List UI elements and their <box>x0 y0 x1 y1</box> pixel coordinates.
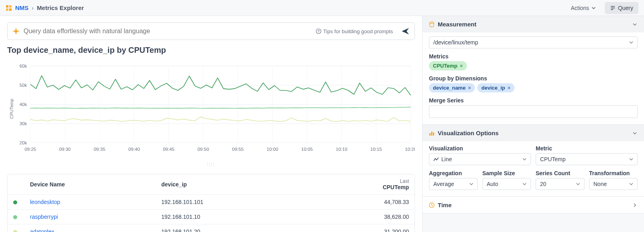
breadcrumb: NMS › Metrics Explorer <box>6 4 84 11</box>
last-value-cell: 31,200.00 <box>307 224 415 232</box>
metrics-label: Metrics <box>429 53 638 60</box>
metrics-chiplist: CPUTemp× <box>429 61 638 70</box>
col-device-name[interactable]: Device Name <box>24 174 156 195</box>
chip-remove-icon[interactable]: × <box>468 85 471 91</box>
topbar-right: Actions Query <box>566 2 638 14</box>
svg-rect-42 <box>429 133 431 136</box>
col-last[interactable]: Last CPUTemp <box>307 174 415 195</box>
viz-header[interactable]: Visualization Options <box>423 125 644 141</box>
measurement-select[interactable]: /device/linux/temp <box>429 36 638 48</box>
table-row[interactable]: adatoplex 192.168.101.20 31,200.00 <box>8 224 415 232</box>
chevron-down-icon <box>632 130 638 136</box>
visualization-select[interactable]: Line <box>429 153 531 165</box>
actions-dropdown[interactable]: Actions <box>566 2 601 14</box>
nl-query-bar: ? Tips for building good prompts <box>7 22 415 40</box>
chevron-down-icon <box>522 182 526 186</box>
metric-chip[interactable]: CPUTemp× <box>429 61 467 70</box>
svg-text:10:00: 10:00 <box>267 147 278 152</box>
svg-rect-1 <box>9 5 12 8</box>
query-button[interactable]: Query <box>605 2 638 14</box>
svg-text:50k: 50k <box>20 83 27 88</box>
chip-remove-icon[interactable]: × <box>508 85 511 91</box>
svg-text:60k: 60k <box>20 64 27 68</box>
chart-title: Top device_name, device_ip by CPUTemp <box>7 46 415 55</box>
section-viz-options: Visualization Options Visualization Line <box>423 125 644 197</box>
main-pane: ? Tips for building good prompts Top dev… <box>0 16 422 232</box>
seriescount-select[interactable]: 20 <box>536 178 584 190</box>
groupby-chip[interactable]: device_name× <box>429 83 475 92</box>
svg-text:09:55: 09:55 <box>232 147 243 152</box>
nl-query-input[interactable] <box>24 28 312 35</box>
svg-rect-43 <box>431 132 433 136</box>
svg-text:09:35: 09:35 <box>94 147 105 152</box>
chevron-down-icon <box>469 182 473 186</box>
aggregation-select[interactable]: Average <box>429 178 478 190</box>
table-row[interactable]: leondesktop 192.168.101.101 44,708.33 <box>8 195 415 210</box>
device-ip-cell: 192.168.101.10 <box>156 210 308 224</box>
series-color-dot <box>13 200 17 204</box>
transformation-label: Transformation <box>589 170 638 176</box>
line-chart-icon <box>433 156 439 162</box>
time-header[interactable]: Time <box>423 197 644 213</box>
list-icon <box>610 5 616 11</box>
seriescount-label: Series Count <box>536 170 584 176</box>
send-icon <box>401 27 410 36</box>
series-color-dot <box>13 230 17 232</box>
col-device-ip[interactable]: device_ip <box>156 174 308 195</box>
chevron-down-icon <box>629 157 633 161</box>
transformation-select[interactable]: None <box>589 178 638 190</box>
device-ip-cell: 192.168.101.20 <box>156 224 308 232</box>
merge-input[interactable] <box>429 105 638 118</box>
svg-text:40k: 40k <box>20 102 27 107</box>
svg-rect-0 <box>6 5 8 8</box>
send-button[interactable] <box>401 27 410 36</box>
samplesize-label: Sample Size <box>483 170 531 176</box>
svg-rect-3 <box>9 8 12 11</box>
svg-rect-2 <box>6 8 8 11</box>
series-table: Device Name device_ip Last CPUTemp leond… <box>7 174 415 232</box>
metric-label: Metric <box>536 145 638 152</box>
database-icon <box>429 22 435 27</box>
chip-remove-icon[interactable]: × <box>460 63 463 69</box>
tips-link[interactable]: ? Tips for building good prompts <box>316 28 393 34</box>
samplesize-select[interactable]: Auto <box>483 178 531 190</box>
last-value-cell: 44,708.33 <box>307 195 415 210</box>
svg-text:10:20: 10:20 <box>405 147 415 152</box>
svg-text:09:30: 09:30 <box>59 147 71 152</box>
series-color-dot <box>13 215 17 219</box>
metric-select[interactable]: CPUTemp <box>536 153 638 165</box>
chevron-down-icon <box>592 6 596 10</box>
app-logo-icon <box>6 5 12 11</box>
measurement-header[interactable]: Measurement <box>423 16 644 32</box>
svg-point-41 <box>430 22 434 24</box>
device-ip-cell: 192.168.101.101 <box>156 195 308 210</box>
table-row[interactable]: raspberrypi 192.168.101.10 38,628.00 <box>8 210 415 224</box>
groupby-chiplist: device_name×device_ip× <box>429 83 638 92</box>
config-pane: Measurement /device/linux/temp Metrics C… <box>422 16 644 232</box>
chevron-down-icon <box>632 22 638 27</box>
svg-text:10:15: 10:15 <box>371 147 382 152</box>
bar-chart-icon <box>429 130 435 136</box>
svg-text:09:45: 09:45 <box>163 147 174 152</box>
svg-text:10:10: 10:10 <box>336 147 347 152</box>
svg-text:09:25: 09:25 <box>24 147 36 152</box>
device-name-link[interactable]: leondesktop <box>24 195 156 210</box>
svg-text:CPUTemp: CPUTemp <box>9 99 14 119</box>
groupby-label: Group by Dimensions <box>429 75 638 82</box>
last-value-cell: 38,628.00 <box>307 210 415 224</box>
chevron-right-icon <box>632 202 638 208</box>
breadcrumb-root-link[interactable]: NMS <box>15 4 28 11</box>
pane-resize-handle[interactable]: :::: <box>7 160 415 168</box>
svg-text:20k: 20k <box>20 140 27 145</box>
svg-rect-44 <box>433 132 434 136</box>
svg-text:09:50: 09:50 <box>197 147 209 152</box>
device-name-link[interactable]: raspberrypi <box>24 210 156 224</box>
sparkle-icon <box>12 28 20 35</box>
chevron-down-icon <box>629 182 633 186</box>
section-measurement: Measurement /device/linux/temp Metrics C… <box>423 16 644 125</box>
svg-text:10:05: 10:05 <box>301 147 313 152</box>
chart[interactable]: 20k30k40k50k60kCPUTemp09:2509:3009:3509:… <box>7 63 415 155</box>
device-name-link[interactable]: adatoplex <box>24 224 156 232</box>
help-icon: ? <box>316 28 321 34</box>
groupby-chip[interactable]: device_ip× <box>477 83 514 92</box>
